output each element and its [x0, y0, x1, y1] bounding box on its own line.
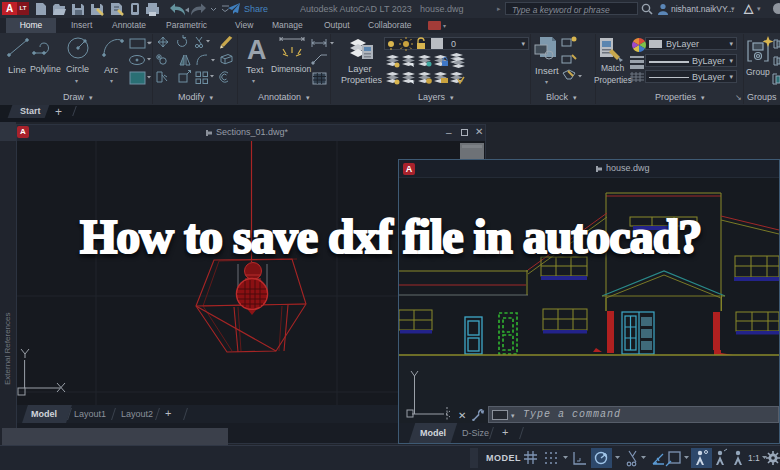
- svg-text:1:1: 1:1: [748, 453, 760, 463]
- svg-text:A: A: [247, 35, 267, 65]
